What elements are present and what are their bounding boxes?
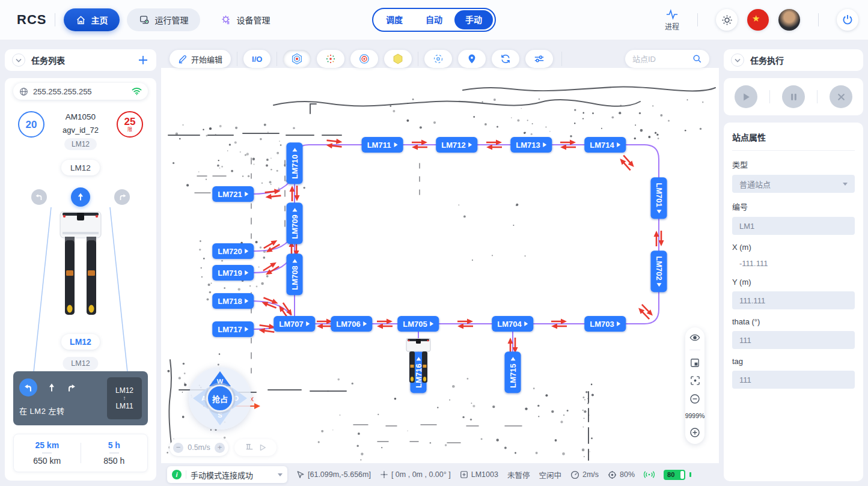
field-label-y: Y (m) [732, 278, 855, 287]
field-input-tag[interactable] [739, 375, 848, 384]
station-LM708[interactable]: LM708 [287, 254, 303, 295]
station-direction-icon [510, 357, 515, 360]
agv-model: AM1050 [5, 112, 156, 121]
station-search-input[interactable] [632, 55, 689, 64]
direction-arrows [376, 318, 394, 330]
map-agv-robot[interactable] [405, 338, 432, 386]
add-task-button[interactable] [137, 54, 149, 66]
station-LM704[interactable]: LM704 [492, 316, 533, 332]
joystick-down-button[interactable]: S [209, 410, 231, 425]
hexagon-node-icon [291, 53, 303, 65]
collapse-task-list-button[interactable] [12, 53, 25, 67]
language-flag-button[interactable]: ★ [747, 9, 769, 31]
speed-increase-button[interactable]: + [215, 443, 225, 453]
collapse-task-exec-button[interactable] [731, 53, 744, 67]
task-exec-header: 任务执行 [724, 49, 863, 71]
station-LM720[interactable]: LM720 [212, 243, 254, 259]
turn-instruction: 在 LM2 左转 [19, 405, 107, 416]
station-props-fields: 类型普通站点编号X (m)-111.111Y (m)thata (°)tag [732, 159, 855, 389]
yellow-hexagon-icon [392, 53, 404, 65]
io-button[interactable]: I/O [243, 50, 270, 68]
nav-item-home[interactable]: 主页 [64, 8, 120, 31]
field-label-theta: thata (°) [732, 317, 855, 326]
process-button[interactable]: 进程 [665, 8, 679, 31]
minimap-button[interactable] [690, 358, 700, 368]
left-sidebar: 任务列表 255.255.255.255 20 25 限 AM1050 agv_… [0, 40, 161, 486]
field-code: 编号 [732, 201, 855, 235]
rotate-left-button[interactable] [31, 189, 47, 205]
fork-control[interactable] [234, 439, 277, 456]
joystick-right-button[interactable]: D [232, 387, 247, 409]
task-exec-controls [724, 78, 863, 115]
field-select-type[interactable]: 普通站点 [732, 175, 855, 193]
station-LM717[interactable]: LM717 [212, 321, 254, 337]
field-input-theta[interactable] [739, 336, 848, 345]
station-LM710[interactable]: LM710 [287, 142, 303, 184]
layer-points-button[interactable] [317, 50, 344, 68]
relocate-button[interactable] [424, 50, 452, 68]
user-avatar[interactable] [778, 9, 800, 31]
station-LM705[interactable]: LM705 [397, 316, 439, 332]
locate-button[interactable] [458, 50, 486, 68]
station-LM713[interactable]: LM713 [510, 137, 552, 153]
mode-tab-2[interactable]: 手动 [454, 10, 493, 29]
station-direction-icon [430, 321, 434, 326]
station-LM707[interactable]: LM707 [274, 316, 315, 332]
layer-target-button[interactable] [350, 50, 378, 68]
power-button[interactable] [837, 9, 858, 31]
play-task-button[interactable] [735, 85, 757, 108]
agv-stats-card: 25 km 650 km 5 h 850 h [13, 434, 148, 472]
map-canvas[interactable]: LM711LM712LM713LM714LM721LM720LM719LM718… [161, 40, 719, 486]
direction-arrows [325, 136, 344, 150]
mode-tab-0[interactable]: 调度 [375, 10, 414, 29]
mode-tab-1[interactable]: 自动 [415, 10, 453, 29]
field-input-theta [732, 331, 855, 349]
pause-task-button[interactable] [782, 85, 805, 108]
station-LM706[interactable]: LM706 [331, 316, 372, 332]
chevron-down-icon [278, 473, 283, 476]
agv-id: agv_id_72 [5, 126, 156, 135]
nav-item-device[interactable]: 设备管理 [209, 8, 282, 31]
speed-decrease-button[interactable]: − [173, 443, 183, 453]
visibility-button[interactable] [689, 333, 700, 342]
seize-control-button[interactable]: 抢占 [206, 384, 234, 412]
app-logo: RCS [17, 12, 46, 28]
station-LM712[interactable]: LM712 [436, 137, 477, 153]
field-tag: tag [732, 357, 855, 389]
field-input-code[interactable] [739, 222, 848, 231]
start-edit-button[interactable]: 开始编辑 [170, 50, 231, 68]
refresh-button[interactable] [492, 50, 519, 68]
theme-toggle-button[interactable] [716, 9, 738, 31]
station-LM718[interactable]: LM718 [212, 293, 254, 309]
station-LM714[interactable]: LM714 [584, 137, 626, 153]
station-LM703[interactable]: LM703 [584, 316, 626, 332]
field-label-code: 编号 [732, 201, 855, 212]
station-LM711[interactable]: LM711 [362, 137, 403, 153]
rotate-right-button[interactable] [114, 189, 130, 205]
cursor-icon [296, 470, 305, 479]
station-LM719[interactable]: LM719 [212, 265, 254, 281]
station-LM702[interactable]: LM702 [651, 251, 667, 292]
nav-item-operation[interactable]: 运行管理 [127, 8, 200, 31]
divider [818, 13, 819, 26]
station-LM715[interactable]: LM715 [505, 351, 521, 393]
station-LM701[interactable]: LM701 [651, 177, 667, 219]
signal-indicator [644, 470, 655, 479]
station-LM721[interactable]: LM721 [212, 186, 254, 202]
search-icon[interactable] [692, 54, 702, 64]
zoom-out-button[interactable] [689, 393, 700, 404]
cancel-task-button[interactable] [830, 85, 852, 108]
center-focus-button[interactable] [690, 375, 700, 386]
layer-area-button[interactable] [384, 50, 412, 68]
layer-stations-button[interactable] [283, 50, 311, 68]
go-forward-button[interactable] [71, 187, 90, 207]
zoom-in-button[interactable] [689, 427, 700, 438]
field-input-y[interactable] [739, 296, 848, 305]
field-x: X (m)-111.111 [732, 243, 855, 270]
station-LM709[interactable]: LM709 [287, 202, 303, 244]
agv-ip-field[interactable]: 255.255.255.255 [13, 83, 148, 100]
agv-station-pill: LM12 [61, 160, 100, 175]
filter-settings-button[interactable] [525, 50, 553, 68]
status-message-dropdown[interactable]: i 手动模式连接成功 [167, 466, 287, 483]
mode-toggle: 调度自动手动 [372, 8, 496, 32]
